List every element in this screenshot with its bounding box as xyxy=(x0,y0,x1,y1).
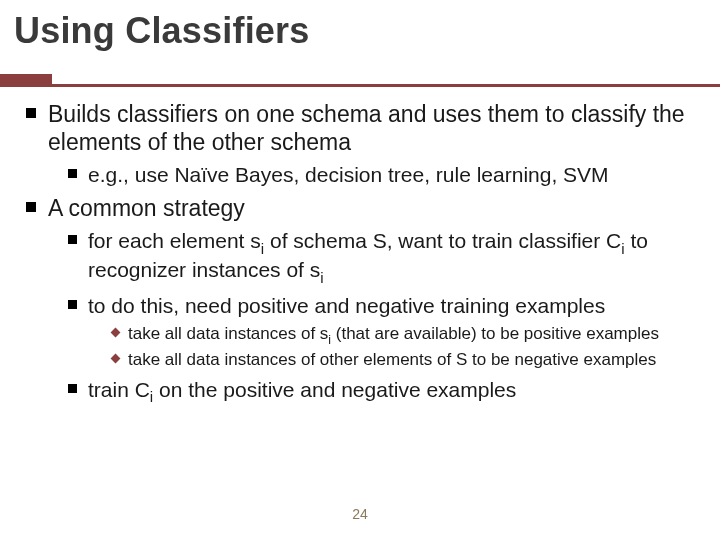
bullet-2b-text: to do this, need positive and negative t… xyxy=(88,294,605,317)
rule-line xyxy=(0,84,720,87)
bullet-2b2: take all data instances of other element… xyxy=(110,349,696,370)
bullet-2b1: take all data instances of si (that are … xyxy=(110,323,696,348)
bullet-1-text: Builds classifiers on one schema and use… xyxy=(48,101,685,155)
bullet-1a-text: e.g., use Naïve Bayes, decision tree, ru… xyxy=(88,163,609,186)
sym-C2-sub: i xyxy=(150,388,153,405)
bullet-2c: train Ci on the positive and negative ex… xyxy=(66,377,696,407)
bullet-2: A common strategy for each element si of… xyxy=(24,194,696,406)
sym-s-sub: i xyxy=(261,240,264,257)
bullet-1: Builds classifiers on one schema and use… xyxy=(24,100,696,188)
bullet-2c-pre: train xyxy=(88,378,135,401)
bullet-2c-post: on the positive and negative examples xyxy=(153,378,516,401)
sym-s: s xyxy=(250,229,261,252)
content-area: Builds classifiers on one schema and use… xyxy=(24,100,696,412)
sym-s2-sub: i xyxy=(320,269,323,286)
bullet-list: Builds classifiers on one schema and use… xyxy=(24,100,696,406)
bullet-2b2-text: take all data instances of other element… xyxy=(128,350,656,369)
slide-title: Using Classifiers xyxy=(14,10,310,52)
title-rule xyxy=(0,74,720,87)
sym-s2: s xyxy=(310,258,321,281)
bullet-2a-pre: for each element xyxy=(88,229,250,252)
bullet-2b1-pre: take all data instances of xyxy=(128,324,320,343)
page-number: 24 xyxy=(0,506,720,522)
bullet-1a: e.g., use Naïve Bayes, decision tree, ru… xyxy=(66,162,696,188)
sym-s3-sub: i xyxy=(328,333,331,347)
diamond-icon xyxy=(110,327,120,337)
sym-C2: C xyxy=(135,378,150,401)
bullet-2b1-post: (that are available) to be positive exam… xyxy=(331,324,659,343)
bullet-2a-mid1: of schema S, want to train classifier xyxy=(264,229,606,252)
slide: Using Classifiers Builds classifiers on … xyxy=(0,0,720,540)
bullet-2b: to do this, need positive and negative t… xyxy=(66,293,696,371)
diamond-icon xyxy=(110,353,120,363)
bullet-2-text: A common strategy xyxy=(48,195,245,221)
sym-C: C xyxy=(606,229,621,252)
rule-tab xyxy=(0,74,52,84)
bullet-2a: for each element si of schema S, want to… xyxy=(66,228,696,287)
sym-C-sub: i xyxy=(621,240,624,257)
